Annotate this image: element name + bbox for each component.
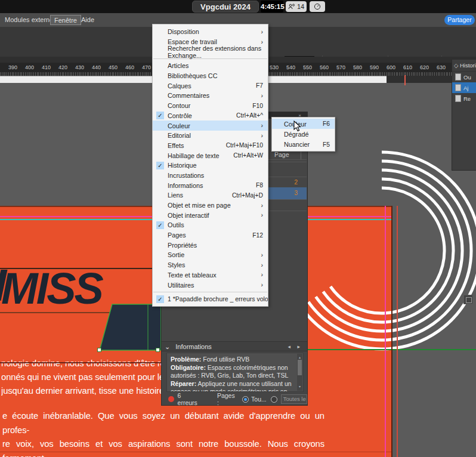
- menu-item-liens[interactable]: LiensCtrl+Maj+D: [153, 190, 268, 200]
- submenu-arrow-icon: ›: [261, 252, 268, 258]
- submenu-arrow-icon: ›: [261, 132, 268, 139]
- page-icon: [455, 73, 461, 81]
- menu-item-open-document[interactable]: ✓1 *Papaddle brochure _ erreurs volontai…: [153, 294, 268, 304]
- history-step[interactable]: Re: [452, 93, 476, 104]
- menu-item-styles[interactable]: Styles›: [153, 260, 268, 270]
- menu-item-objet-mise-en-page[interactable]: Objet et mise en page›: [153, 200, 268, 211]
- scroll-down-icon[interactable]: ▾: [297, 383, 302, 391]
- submenu-arrow-icon: ›: [261, 29, 268, 35]
- menu-item-commentaires[interactable]: Commentaires›: [153, 91, 268, 101]
- prev-arrow-icon[interactable]: ◂: [288, 342, 290, 351]
- menu-item-informations[interactable]: InformationsF8: [153, 180, 268, 190]
- share-button[interactable]: Partager: [444, 15, 475, 25]
- collapsed-panel-icon[interactable]: [463, 295, 473, 304]
- menu-item-couleur[interactable]: Couleur›: [153, 121, 268, 131]
- menu-item-habillage-de-texte[interactable]: Habillage de texteCtrl+Alt+W: [153, 150, 268, 160]
- submenu-arrow-icon: ›: [261, 271, 268, 278]
- menu-item-utilitaires[interactable]: Utilitaires›: [153, 280, 268, 290]
- menu-item-contour[interactable]: ContourF10: [153, 101, 268, 111]
- pages-label: Pages :: [217, 392, 237, 406]
- headline-text[interactable]: MISS: [1, 263, 102, 314]
- body-paragraph-1[interactable]: nologie domine, nous choisissons d'être …: [1, 357, 163, 400]
- menu-item-controle[interactable]: ✓ContrôleCtrl+Alt+^: [153, 111, 268, 121]
- people-icon: [288, 4, 295, 10]
- window-menu-dropdown: Disposition› Espace de travail› Recherch…: [152, 24, 268, 307]
- check-icon: ✓: [156, 112, 164, 119]
- couleur-submenu: CouleurF6 Dégradé NuancierF5: [271, 117, 335, 152]
- menu-item-calques[interactable]: CalquesF7: [153, 81, 268, 91]
- menu-item-objet-interactif[interactable]: Objet interactif›: [153, 210, 268, 220]
- body-paragraph-2[interactable]: e écoute inébranlable. Que vous soyez un…: [2, 409, 324, 457]
- participant-count: 14: [297, 3, 304, 10]
- page-icon: [455, 84, 461, 91]
- menu-item-bibliotheques-cc[interactable]: Bibliothèques CC: [153, 71, 268, 81]
- guide-magenta-vertical[interactable]: [385, 206, 386, 457]
- page-icon: [455, 95, 461, 102]
- selected-navy-shape[interactable]: [94, 303, 161, 352]
- menu-item-sortie[interactable]: Sortie›: [153, 250, 268, 260]
- page-right-edge: [391, 206, 392, 457]
- menu-item-pages[interactable]: PagesF12: [153, 230, 268, 240]
- error-status-icon: [168, 396, 174, 402]
- submenu-arrow-icon: ›: [261, 202, 268, 209]
- menu-item-rechercher-extensions[interactable]: Rechercher des extensions dans Exchange.…: [153, 47, 268, 57]
- menu-item-historique[interactable]: ✓Historique: [153, 160, 268, 171]
- page-bottom-line: [0, 452, 392, 452]
- guide-bleed-red[interactable]: [397, 206, 398, 457]
- check-icon: ✓: [156, 221, 164, 229]
- scrollbar[interactable]: ▴ ▾: [297, 354, 302, 391]
- selection-handle-right[interactable]: [156, 348, 160, 352]
- informations-section-header[interactable]: ⌄ Informations ◂ ▸: [162, 341, 307, 351]
- check-icon: ✓: [156, 295, 164, 303]
- submenu-item-degrade[interactable]: Dégradé: [272, 129, 335, 139]
- guide-marker-red: [404, 75, 406, 85]
- session-timer: 4:45:15: [261, 1, 283, 13]
- submenu-item-couleur[interactable]: CouleurF6: [272, 119, 335, 129]
- preflight-status-bar: 6 erreurs Pages : Tou... Toutes le ⌄: [162, 393, 307, 406]
- mouse-cursor: [293, 121, 302, 132]
- next-arrow-icon[interactable]: ▸: [297, 342, 300, 351]
- error-description[interactable]: Problème: Fond utilise RVB Obligatoire: …: [166, 353, 304, 392]
- page-scope-dropdown[interactable]: Toutes le ⌄: [281, 394, 307, 404]
- menu-aide[interactable]: Aide: [78, 15, 98, 25]
- timer-icon: [314, 3, 321, 10]
- menu-item-outils[interactable]: ✓Outils: [153, 220, 268, 230]
- error-count: 6 erreurs: [178, 392, 202, 406]
- submenu-arrow-icon: ›: [261, 262, 268, 268]
- rule-line-lower: [0, 362, 161, 363]
- submenu-arrow-icon: ›: [261, 282, 268, 288]
- indesign-window: MISS nologie domine, nous choisissons d'…: [0, 0, 476, 457]
- record-button[interactable]: [310, 1, 325, 12]
- system-top-bar: Vpgcdui 2024 4:45:15 14: [0, 0, 476, 13]
- rule-line-upper: [0, 268, 152, 269]
- history-step[interactable]: Ou: [452, 72, 476, 82]
- radio-page-range[interactable]: [271, 396, 277, 403]
- menu-item-proprietes[interactable]: Propriétés: [153, 240, 268, 250]
- session-title: Vpgcdui 2024: [192, 1, 259, 13]
- submenu-arrow-icon: ›: [261, 122, 268, 129]
- scrollbar-thumb[interactable]: [298, 360, 302, 375]
- participants-button[interactable]: 14: [286, 1, 307, 12]
- menu-item-editorial[interactable]: Editorial›: [153, 131, 268, 141]
- submenu-arrow-icon: ›: [261, 212, 268, 218]
- radio-all-pages[interactable]: [242, 396, 249, 403]
- menu-item-texte-tableaux[interactable]: Texte et tableaux›: [153, 270, 268, 280]
- error-row-page-3[interactable]: 3: [283, 189, 298, 196]
- menu-item-incrustations[interactable]: Incrustations: [153, 171, 268, 181]
- page-column-header[interactable]: Page: [274, 151, 289, 158]
- history-panel-header[interactable]: ◇ Histori: [452, 60, 476, 72]
- submenu-item-nuancier[interactable]: NuancierF5: [272, 140, 335, 150]
- menu-item-articles[interactable]: Articles: [153, 61, 268, 71]
- chevron-down-icon: ⌄: [165, 343, 170, 350]
- history-step-selected[interactable]: Aj: [452, 82, 476, 93]
- check-icon: ✓: [156, 162, 164, 169]
- menu-fenetre[interactable]: Fenêtre: [50, 15, 81, 25]
- selection-handle-left[interactable]: [97, 348, 101, 352]
- history-panel: ◇ Histori Ou Aj Re: [452, 60, 476, 171]
- submenu-arrow-icon: ›: [261, 92, 268, 99]
- error-row-page-2[interactable]: 2: [283, 178, 298, 186]
- menu-item-effets[interactable]: EffetsCtrl+Maj+F10: [153, 141, 268, 151]
- menu-item-disposition[interactable]: Disposition›: [153, 27, 268, 37]
